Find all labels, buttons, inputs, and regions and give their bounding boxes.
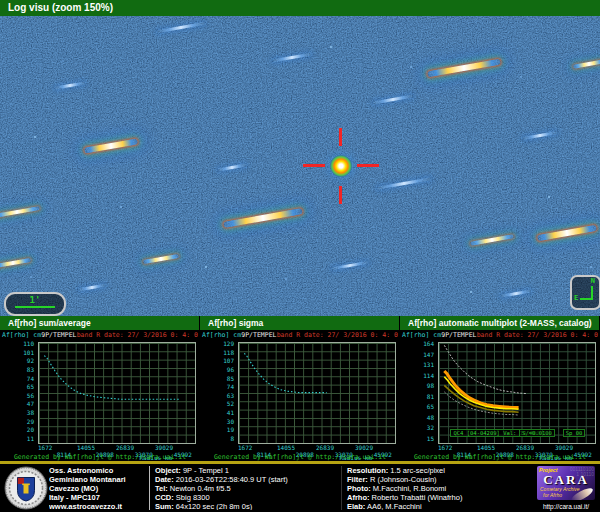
filter-row: Filter: R (Johnson-Cousin) bbox=[347, 475, 511, 484]
scale-label: 1' bbox=[6, 295, 64, 305]
object-row: Object: 9P - Tempel 1 bbox=[155, 466, 341, 475]
plot-sum-average: Af[rho] cm 9P/TEMPEL band R date: 27/ 3/… bbox=[0, 330, 200, 461]
y-tick-label: 110 bbox=[23, 340, 34, 347]
log-visu-titlebar: Log visu (zoom 150%) bbox=[0, 0, 600, 16]
y-tick-label: 131 bbox=[423, 361, 434, 368]
y-tick-label: 83 bbox=[27, 366, 34, 373]
plot-grid bbox=[438, 342, 596, 444]
y-tick-label: 19 bbox=[227, 426, 234, 433]
y-axis-ticks: 11010192837465564738292011 bbox=[0, 340, 36, 442]
x-tick-label: 14055 bbox=[77, 444, 95, 451]
x-tick-label: 1672 bbox=[38, 444, 52, 451]
object-label: 9P/TEMPEL bbox=[241, 331, 276, 339]
plot-grid bbox=[238, 342, 396, 444]
y-tick-label: 74 bbox=[227, 383, 234, 390]
observation-details: Object: 9P - Tempel 1 Date: 2016-03-26T2… bbox=[149, 466, 341, 510]
y-tick-label: 8 bbox=[230, 435, 234, 442]
x-tick-label: 1672 bbox=[238, 444, 252, 451]
y-tick-label: 129 bbox=[223, 340, 234, 347]
plot-footer: Generated by Waf[rho]jt @ http://cara.ua… bbox=[200, 453, 400, 461]
y-axis-title: Af[rho] cm bbox=[2, 331, 41, 339]
cara-tagline: for Afrho bbox=[543, 492, 562, 498]
crosshair-tick bbox=[339, 128, 342, 146]
y-tick-label: 114 bbox=[423, 372, 434, 379]
observatory-location: Cavezzo (MO) bbox=[49, 484, 149, 493]
x-tick-label: 39029 bbox=[155, 444, 173, 451]
y-tick-label: 85 bbox=[227, 375, 234, 382]
object-label: 9P/TEMPEL bbox=[441, 331, 476, 339]
observatory-logo bbox=[3, 466, 49, 510]
y-tick-label: 52 bbox=[227, 400, 234, 407]
x-tick-label: 26839 bbox=[116, 444, 134, 451]
date-row: Date: 2016-03-26T22:58:40.9 UT (start) bbox=[155, 475, 341, 484]
chart-curves bbox=[39, 343, 195, 443]
scale-bar bbox=[15, 306, 55, 308]
band-date-label: band R date: 27/ 3/2016 0: 4: 0 bbox=[277, 331, 398, 339]
photo-row: Photo: M.Facchini, R.Bonomi bbox=[347, 484, 511, 493]
plot-sigma: Af[rho] cm 9P/TEMPEL band R date: 27/ 3/… bbox=[200, 330, 400, 461]
y-tick-label: 65 bbox=[27, 383, 34, 390]
orientation-compass: N E bbox=[570, 275, 600, 310]
y-tick-label: 63 bbox=[227, 392, 234, 399]
chart-curves bbox=[239, 343, 395, 443]
y-tick-label: 98 bbox=[427, 382, 434, 389]
plot-footer: Generated by Waf[rho]jt @ http://cara.ua… bbox=[400, 453, 600, 461]
plot-panel-headers: Af[rho] sum/average Af[rho] sigma Af[rho… bbox=[0, 316, 600, 330]
crosshair-tick bbox=[357, 164, 379, 167]
compass-east-line bbox=[580, 298, 593, 300]
panel-title-sum-average: Af[rho] sum/average bbox=[0, 316, 200, 330]
scale-marker: 1' bbox=[4, 292, 66, 316]
x-tick-label: 14055 bbox=[277, 444, 295, 451]
y-tick-label: 11 bbox=[27, 435, 34, 442]
band-date-label: band R date: 27/ 3/2016 0: 4: 0 bbox=[77, 331, 198, 339]
observation-infobar: Oss. Astronomico Geminiano Montanari Cav… bbox=[0, 464, 600, 512]
plot-grid bbox=[38, 342, 196, 444]
panel-title-multiplot: Af[rho] automatic multiplot (2-MASS, cat… bbox=[400, 316, 600, 330]
x-tick-label: 14055 bbox=[477, 444, 495, 451]
y-tick-label: 118 bbox=[223, 349, 234, 356]
north-label: N bbox=[591, 277, 595, 285]
y-tick-label: 101 bbox=[23, 349, 34, 356]
observatory-name-line: Oss. Astronomico bbox=[49, 466, 149, 475]
background-stars bbox=[0, 16, 2, 18]
cara-logo-block: 0011101001 10110 Project CARA Cometary A… bbox=[535, 466, 597, 511]
y-tick-label: 65 bbox=[427, 403, 434, 410]
starfield-image: 1' N E bbox=[0, 16, 600, 316]
y-tick-label: 56 bbox=[27, 392, 34, 399]
panel-title-sigma: Af[rho] sigma bbox=[200, 316, 400, 330]
series-afrho-2mass-secondary bbox=[444, 377, 518, 410]
x-tick-label: 26839 bbox=[516, 444, 534, 451]
x-tick-label: 39029 bbox=[355, 444, 373, 451]
y-tick-label: 32 bbox=[427, 424, 434, 431]
cara-afrho-report: Log visu (zoom 150%) bbox=[0, 0, 600, 512]
x-tick-label: 1672 bbox=[438, 444, 452, 451]
y-tick-label: 20 bbox=[27, 426, 34, 433]
plot-multiplot: Af[rho] cm 9P/TEMPEL band R date: 27/ 3/… bbox=[400, 330, 600, 461]
y-axis-title: Af[rho] cm bbox=[402, 331, 441, 339]
y-tick-label: 38 bbox=[27, 409, 34, 416]
cara-url: http://cara.uai.it/ bbox=[535, 502, 597, 511]
telescope-row: Tel: Newton 0.4m f/5.5 bbox=[155, 484, 341, 493]
y-tick-label: 81 bbox=[427, 393, 434, 400]
y-tick-label: 92 bbox=[27, 357, 34, 364]
y-axis-title: Af[rho] cm bbox=[202, 331, 241, 339]
crosshair-tick bbox=[303, 164, 325, 167]
y-tick-label: 29 bbox=[27, 418, 34, 425]
observatory-mpc-code: Italy - MPC107 bbox=[49, 493, 149, 502]
series-afrho-sum bbox=[44, 356, 179, 400]
y-tick-label: 30 bbox=[227, 418, 234, 425]
observatory-details: Oss. Astronomico Geminiano Montanari Cav… bbox=[49, 466, 149, 511]
series-afrho-sigma bbox=[244, 353, 326, 392]
processing-details: Resolution: 1.5 arc-sec/pixel Filter: R … bbox=[341, 466, 511, 510]
y-tick-label: 15 bbox=[427, 435, 434, 442]
y-tick-label: 147 bbox=[423, 351, 434, 358]
y-axis-ticks: 12911810796857463524130198 bbox=[200, 340, 236, 442]
afrho-row: Afrho: Roberto Trabatti (Winafrho) bbox=[347, 493, 511, 502]
observatory-url: www.astrocavezzo.it bbox=[49, 502, 149, 511]
y-tick-label: 48 bbox=[427, 414, 434, 421]
plot-footer: Generated by Waf[rho]jt @ http://cara.ua… bbox=[0, 453, 200, 461]
x-tick-label: 26839 bbox=[316, 444, 334, 451]
log-visu-label: Log visu (zoom 150%) bbox=[8, 2, 113, 13]
cara-logo: 0011101001 10110 Project CARA Cometary A… bbox=[537, 466, 595, 500]
east-label: E bbox=[574, 294, 578, 302]
